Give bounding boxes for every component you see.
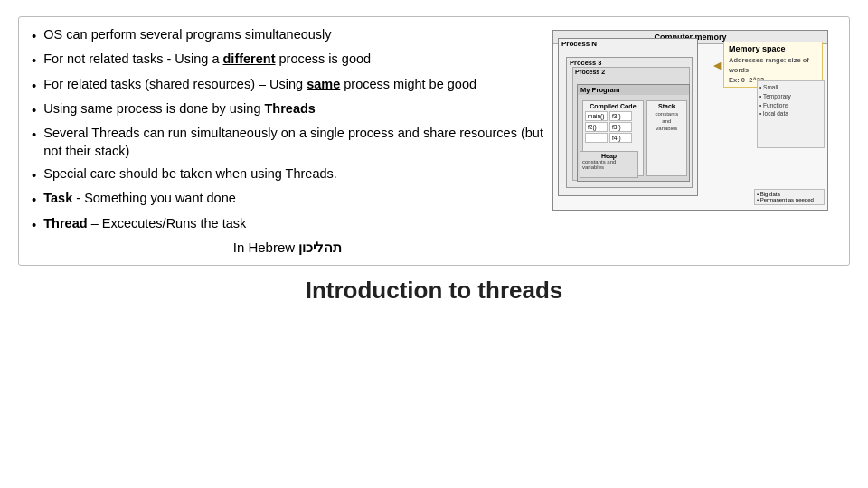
list-item: • OS can perform several programs simult…: [32, 26, 543, 45]
bullet-icon: •: [32, 27, 36, 45]
stack-title: Stack: [649, 103, 684, 109]
code-row: f4(): [585, 133, 641, 143]
process2-box: Process 2 My Program Compiled Code: [572, 67, 690, 181]
heap-box: Heap constants and variables: [580, 151, 638, 178]
bullet-icon: •: [32, 52, 36, 70]
code-cell: f3(): [609, 111, 632, 121]
list-item: • Special care should be taken when usin…: [32, 165, 543, 184]
process2-label: Process 2: [573, 68, 689, 76]
code-cell: main(): [585, 111, 608, 121]
bullet-section: • OS can perform several programs simult…: [32, 26, 543, 256]
stack-content: constantsandvariables: [649, 111, 684, 132]
code-rows: main() f3() f2() f3(): [585, 111, 641, 143]
bullet-icon: •: [32, 191, 36, 209]
bullet-text: For not related tasks - Using a differen…: [43, 51, 371, 69]
code-row: main() f3(): [585, 111, 641, 121]
hebrew-line: In Hebrew תהליכון: [32, 239, 543, 256]
bullet-text: For related tasks (shared resources) – U…: [43, 76, 476, 94]
list-item: • For related tasks (shared resources) –…: [32, 76, 543, 95]
stack-bullets-content: • Small• Temporary• Functions• local dat…: [760, 83, 822, 118]
my-program-label: My Program: [578, 85, 689, 95]
my-program-box: My Program Compiled Code main(): [577, 84, 690, 182]
compiled-title: Compiled Code: [585, 103, 641, 109]
bullet-icon: •: [32, 216, 36, 234]
list-item: • Using same process is done by using Th…: [32, 100, 543, 119]
stack-box: Stack constantsandvariables: [646, 100, 687, 176]
heap-content: constants and variables: [582, 159, 636, 170]
bullet-text: Several Threads can run simultaneously o…: [43, 125, 543, 160]
list-item: • Several Threads can run simultaneously…: [32, 125, 543, 160]
list-item: • Thread – Excecutes/Runs the task: [32, 215, 543, 234]
list-item: • Task - Something you want done: [32, 190, 543, 209]
code-cell: [585, 133, 608, 143]
bullet-text: Using same process is done by using Thre…: [43, 100, 316, 118]
code-cell: f3(): [609, 122, 632, 132]
memory-diagram: Computer memory Memory space Addresses r…: [552, 30, 828, 211]
list-item: • For not related tasks - Using a differ…: [32, 51, 543, 70]
code-row: f2() f3(): [585, 122, 641, 132]
slide-container: • OS can perform several programs simult…: [18, 16, 850, 306]
process3-box: Process 3 Process 2 My Program Compi: [566, 57, 693, 188]
bullet-list: • OS can perform several programs simult…: [32, 26, 543, 234]
process-n-box: Process N Process 3 Process 2 My Program: [558, 38, 698, 196]
bullet-text: Special care should be taken when using …: [43, 165, 337, 183]
code-cell: f2(): [585, 122, 608, 132]
heap-title: Heap: [582, 153, 636, 159]
bullet-icon: •: [32, 166, 36, 184]
code-cell: f4(): [609, 133, 632, 143]
arrow-icon: ◄: [711, 58, 723, 72]
diagram-area: Computer memory Memory space Addresses r…: [552, 30, 833, 256]
bullet-text: OS can perform several programs simultan…: [43, 26, 331, 44]
heap-notes-box: • Big data • Permanent as needed: [754, 189, 825, 205]
stack-bullets-box: • Small• Temporary• Functions• local dat…: [757, 80, 825, 148]
bullet-icon: •: [32, 126, 36, 144]
bullet-icon: •: [32, 101, 36, 119]
bullet-text: Task - Something you want done: [43, 190, 236, 208]
bullet-text: Thread – Excecutes/Runs the task: [43, 215, 246, 233]
process-n-label: Process N: [559, 39, 697, 49]
content-box: • OS can perform several programs simult…: [18, 16, 850, 266]
slide-title: Introduction to threads: [18, 273, 850, 306]
heap-note2: • Permanent as needed: [757, 197, 822, 202]
bullet-icon: •: [32, 77, 36, 95]
